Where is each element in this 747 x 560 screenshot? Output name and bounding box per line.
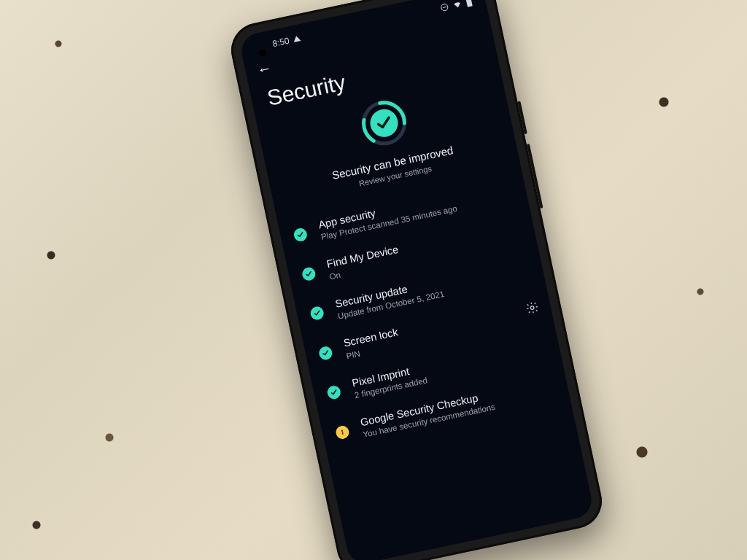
svg-line-1 (443, 7, 446, 8)
photo-background: 8:50 ← Security (0, 0, 747, 560)
phone-screen: 8:50 ← Security (239, 0, 595, 560)
do-not-disturb-icon (439, 2, 449, 12)
status-dot-icon (326, 385, 341, 400)
svg-rect-2 (465, 0, 472, 7)
scroll-fade (341, 472, 595, 560)
status-dot-icon (309, 306, 325, 321)
wifi-icon (452, 0, 463, 10)
power-button (517, 101, 527, 134)
phone-frame: 8:50 ← Security (226, 0, 607, 560)
gear-icon[interactable] (525, 300, 541, 318)
status-dot-icon (293, 227, 308, 242)
status-icons-right (439, 0, 473, 13)
volume-rocker (527, 144, 543, 209)
svg-point-6 (530, 306, 534, 309)
security-status-icon (354, 93, 414, 153)
security-settings-list: App security Play Protect scanned 35 min… (277, 167, 572, 456)
back-arrow-icon: ← (255, 59, 273, 78)
battery-icon (465, 0, 473, 8)
status-time: 8:50 (271, 36, 290, 50)
status-dot-icon (335, 424, 350, 440)
status-dot-icon (318, 346, 333, 361)
svg-point-7 (341, 429, 344, 432)
notification-icon (293, 35, 301, 42)
svg-rect-8 (341, 432, 343, 435)
status-dot-icon (301, 266, 317, 281)
